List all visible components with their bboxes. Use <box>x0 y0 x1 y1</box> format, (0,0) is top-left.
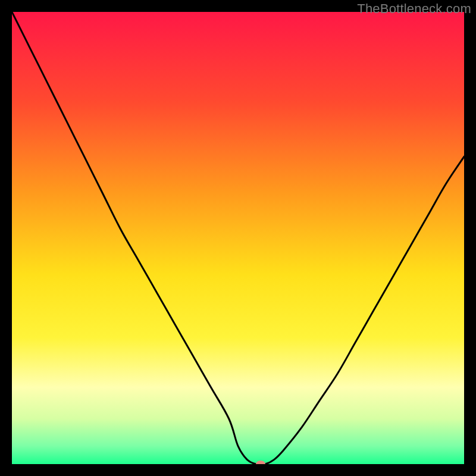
chart-background <box>12 12 464 464</box>
chart-frame: TheBottleneck.com <box>0 0 476 476</box>
watermark-text: TheBottleneck.com <box>357 1 471 17</box>
chart-svg <box>12 12 464 464</box>
plot-area <box>12 12 464 464</box>
